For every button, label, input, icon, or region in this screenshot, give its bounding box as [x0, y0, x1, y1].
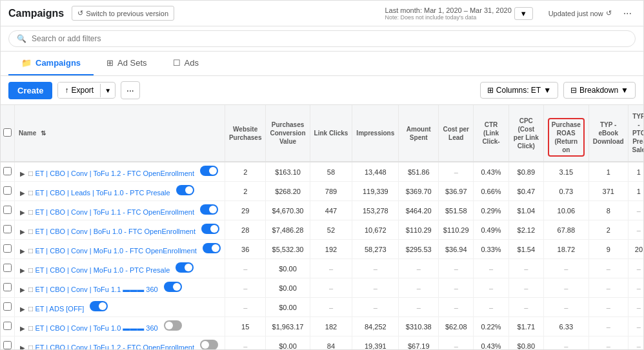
- campaign-toggle[interactable]: [203, 243, 221, 253]
- campaign-toggle[interactable]: [201, 224, 219, 234]
- row-checkbox-cell[interactable]: [1, 220, 15, 240]
- campaign-toggle[interactable]: [90, 301, 108, 311]
- tab-campaigns[interactable]: 📁 Campaigns: [8, 52, 94, 75]
- row-checkbox-cell[interactable]: [1, 240, 15, 259]
- row-checkbox[interactable]: [3, 244, 12, 253]
- expand-button[interactable]: ▶: [19, 344, 26, 349]
- tab-adsets[interactable]: ⊞ Ad Sets: [94, 52, 160, 75]
- purchases-conversion-value-cell: $4,670.30: [266, 201, 310, 220]
- row-checkbox-cell[interactable]: [1, 336, 15, 350]
- more-options-button[interactable]: ···: [619, 6, 636, 21]
- campaign-name[interactable]: ET | CBO | Conv | ToFu 1.1 - FTC OpenEnr…: [35, 208, 194, 216]
- expand-button[interactable]: ▶: [19, 286, 26, 293]
- campaign-toggle[interactable]: [164, 282, 182, 292]
- row-checkbox[interactable]: [3, 167, 12, 175]
- more-actions-button[interactable]: ···: [121, 81, 140, 99]
- export-button[interactable]: ↑ Export: [58, 83, 100, 98]
- expand-button[interactable]: ▶: [19, 325, 26, 332]
- expand-button[interactable]: ▶: [19, 228, 26, 235]
- campaign-name[interactable]: ET | CBO | Conv | BoFu 1.0 - FTC OpenEnr…: [35, 228, 196, 235]
- campaign-name[interactable]: ET | CBO | Leads | ToFu 1.0 - PTC Presal…: [35, 189, 170, 197]
- cpc-cell: $0.89: [508, 162, 543, 182]
- table-wrap[interactable]: Name ⇅ Website Purchases Purchases Conve…: [1, 105, 643, 349]
- typ-ebook-download-cell: 2: [589, 220, 628, 240]
- app-container: Campaigns ↺ Switch to previous version L…: [0, 0, 644, 350]
- search-input[interactable]: [32, 34, 627, 43]
- amount-spent-cell: $51.86: [399, 162, 439, 182]
- row-checkbox-cell[interactable]: [1, 182, 15, 201]
- row-checkbox[interactable]: [3, 186, 12, 195]
- row-checkbox[interactable]: [3, 225, 12, 233]
- table-row: ▶ □ ET | CBO | Conv | MoFu 1.0 - PTC Pre…: [1, 259, 643, 278]
- typ-ebook-download-cell: 8: [589, 201, 628, 220]
- campaign-name[interactable]: ET | CBO | Conv | MoFu 1.0 - PTC Presale: [35, 266, 170, 274]
- link-clicks-cell: 58: [310, 162, 352, 182]
- select-all-header[interactable]: [1, 105, 15, 162]
- date-range-button[interactable]: ▼: [514, 7, 533, 20]
- refresh-icon: ↺: [77, 9, 83, 17]
- row-checkbox[interactable]: [3, 283, 12, 291]
- link-clicks-cell: 789: [310, 182, 352, 201]
- link-clicks-cell: 192: [310, 240, 352, 259]
- campaign-toggle[interactable]: [200, 204, 218, 215]
- campaign-name[interactable]: ET | CBO | Conv | ToFu 1.2 - FTC OpenEnr…: [35, 170, 194, 177]
- columns-icon: ⊞: [487, 86, 494, 95]
- row-checkbox[interactable]: [3, 206, 12, 214]
- cost-per-lead-cell: $110.29: [439, 220, 474, 240]
- folder-icon: □: [28, 246, 33, 255]
- expand-button[interactable]: ▶: [19, 306, 26, 313]
- export-dropdown-button[interactable]: ▼: [100, 84, 115, 97]
- row-checkbox[interactable]: [3, 341, 12, 349]
- updated-status: Updated just now ↺: [548, 9, 612, 17]
- typ-ptc-presale-cell: –: [628, 336, 643, 350]
- row-checkbox[interactable]: [3, 302, 12, 311]
- cpc-cell: $1.71: [508, 317, 543, 336]
- row-checkbox-cell[interactable]: [1, 162, 15, 182]
- row-checkbox[interactable]: [3, 264, 12, 272]
- campaign-toggle[interactable]: [200, 340, 218, 349]
- table-row: ▶ □ ET | CBO | Conv | ToFu 1.0 ▬▬▬ 360 1…: [1, 317, 643, 336]
- row-checkbox-cell[interactable]: [1, 278, 15, 298]
- campaign-name[interactable]: ET | CBO | Conv | ToFu 1.2 - FTC OpenEnr…: [35, 344, 194, 349]
- cost-per-lead-cell: –: [439, 336, 474, 350]
- purchases-conversion-value-cell: $163.10: [266, 162, 310, 182]
- campaign-toggle[interactable]: [176, 262, 194, 273]
- switch-version-button[interactable]: ↺ Switch to previous version: [72, 6, 174, 21]
- campaign-name[interactable]: ET | CBO | Conv | ToFu 1.1 ▬▬▬ 360: [35, 286, 157, 293]
- campaign-name[interactable]: ET | ADS [OFF]: [35, 305, 84, 313]
- expand-button[interactable]: ▶: [19, 190, 26, 197]
- row-checkbox[interactable]: [3, 322, 12, 330]
- expand-button[interactable]: ▶: [19, 170, 26, 177]
- campaign-name[interactable]: ET | CBO | Conv | ToFu 1.0 ▬▬▬ 360: [35, 324, 157, 332]
- impressions-cell: 84,252: [352, 317, 399, 336]
- columns-button[interactable]: ⊞ Columns: ET ▼: [480, 82, 558, 99]
- select-all-checkbox[interactable]: [3, 128, 12, 137]
- typ-ptc-presale-cell: –: [628, 278, 643, 298]
- search-icon: 🔍: [17, 34, 26, 43]
- expand-button[interactable]: ▶: [19, 267, 26, 274]
- purchases-conversion-value-cell: $0.00: [266, 336, 310, 350]
- typ-ebook-download-cell: –: [589, 298, 628, 317]
- chevron-down-icon: ▼: [543, 86, 551, 95]
- campaign-toggle[interactable]: [176, 185, 194, 195]
- breakdown-button[interactable]: ⊟ Breakdown ▼: [563, 82, 636, 99]
- campaign-toggle[interactable]: [200, 166, 218, 176]
- website-purchases-cell: 15: [225, 317, 266, 336]
- campaign-name-cell: ▶ □ ET | CBO | Conv | MoFu 1.0 - FTC Ope…: [15, 240, 225, 259]
- expand-button[interactable]: ▶: [19, 248, 26, 255]
- expand-button[interactable]: ▶: [19, 209, 26, 216]
- typ-ptc-presale-cell: –: [628, 220, 643, 240]
- website-purchases-cell: 36: [225, 240, 266, 259]
- row-checkbox-cell[interactable]: [1, 317, 15, 336]
- campaign-name[interactable]: ET | CBO | Conv | MoFu 1.0 - FTC OpenEnr…: [35, 247, 196, 255]
- create-button[interactable]: Create: [8, 82, 52, 99]
- row-checkbox-cell[interactable]: [1, 298, 15, 317]
- amount-spent-cell: $295.53: [399, 240, 439, 259]
- cpc-cell: $1.04: [508, 201, 543, 220]
- sort-icon[interactable]: ⇅: [41, 130, 46, 137]
- row-checkbox-cell[interactable]: [1, 259, 15, 278]
- campaign-toggle[interactable]: [164, 320, 182, 331]
- purchases-conversion-value-cell: $0.00: [266, 298, 310, 317]
- tab-ads[interactable]: ☐ Ads: [160, 52, 212, 75]
- row-checkbox-cell[interactable]: [1, 201, 15, 220]
